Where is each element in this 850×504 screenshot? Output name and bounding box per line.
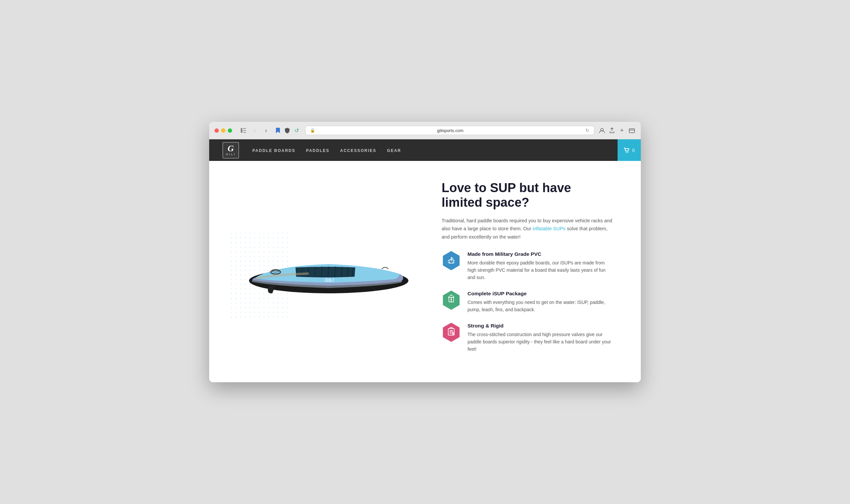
traffic-lights [214, 128, 232, 133]
main-content: GILI Lo [209, 161, 641, 382]
sidebar-toggle-icon[interactable] [239, 126, 248, 135]
website-content: G GILI PADDLE BOARDS PADDLES ACCESSORIES… [209, 139, 641, 382]
browser-right-icons: + [598, 127, 636, 134]
reload-icon[interactable]: ↻ [585, 128, 589, 133]
feature-item-2: Complete iSUP Package Comes with everyth… [441, 291, 614, 313]
svg-rect-5 [629, 129, 635, 133]
nav-gear[interactable]: GEAR [387, 148, 401, 153]
nav-paddle-boards[interactable]: PADDLE BOARDS [252, 148, 295, 153]
feature-icon-rigid [441, 323, 461, 342]
svg-rect-3 [243, 132, 246, 133]
feature-text-3: Strong & Rigid The cross-stitched constr… [468, 323, 614, 353]
cart-button[interactable]: 0 [618, 139, 641, 161]
svg-text:GILI: GILI [325, 277, 334, 283]
shield-icon[interactable] [284, 127, 291, 134]
boat-icon [447, 255, 456, 266]
feature-desc-2: Comes with everything you need to get on… [468, 299, 614, 313]
feature-title-3: Strong & Rigid [468, 323, 614, 329]
feature-title-2: Complete iSUP Package [468, 291, 614, 296]
feature-item-1: Made from Military Grade PVC More durabl… [441, 251, 614, 281]
nav-links: PADDLE BOARDS PADDLES ACCESSORIES GEAR [252, 147, 401, 153]
paddle-board-image: GILI [242, 238, 415, 305]
inflatable-sups-link[interactable]: inflatable SUPs [533, 226, 566, 231]
feature-desc-1: More durable their epoxy paddle boards, … [468, 259, 614, 281]
nav-paddles[interactable]: PADDLES [306, 148, 329, 153]
new-tab-icon[interactable]: + [618, 127, 626, 134]
feature-icon-military-pvc [441, 251, 461, 270]
bookmark-icon[interactable] [275, 127, 281, 134]
browser-nav: ‹ › [239, 126, 271, 135]
svg-rect-1 [243, 128, 246, 129]
account-icon[interactable] [598, 127, 606, 134]
svg-point-7 [627, 151, 628, 152]
toolbar-icons: ↺ [275, 127, 300, 134]
feature-desc-3: The cross-stitched construction and high… [468, 331, 614, 353]
tabs-icon[interactable] [628, 127, 636, 134]
back-button[interactable]: ‹ [250, 126, 259, 135]
browser-window: ‹ › ↺ 🔒 gilisports.com ↻ [209, 122, 641, 382]
minimize-button[interactable] [221, 128, 225, 133]
feature-item-3: Strong & Rigid The cross-stitched constr… [441, 323, 614, 353]
svg-rect-0 [241, 128, 242, 133]
feature-text-2: Complete iSUP Package Comes with everyth… [468, 291, 614, 313]
svg-point-22 [451, 299, 452, 300]
svg-rect-2 [243, 130, 246, 131]
nav-accessories[interactable]: ACCESSORIES [340, 148, 376, 153]
close-button[interactable] [214, 128, 219, 133]
product-image-section: GILI [236, 238, 422, 305]
refresh-icon[interactable]: ↺ [293, 127, 300, 134]
clipboard-icon [447, 327, 455, 338]
section-title: Love to SUP but have limited space? [441, 181, 614, 210]
feature-text-1: Made from Military Grade PVC More durabl… [468, 251, 614, 281]
section-description: Traditional, hard paddle boards required… [441, 217, 614, 241]
svg-point-6 [626, 151, 627, 152]
content-section: Love to SUP but have limited space? Trad… [441, 181, 614, 362]
cart-count: 0 [632, 148, 635, 153]
forward-button[interactable]: › [261, 126, 271, 135]
lock-icon: 🔒 [310, 128, 315, 133]
site-nav: G GILI PADDLE BOARDS PADDLES ACCESSORIES… [209, 139, 641, 161]
maximize-button[interactable] [228, 128, 232, 133]
site-logo[interactable]: G GILI [223, 142, 239, 159]
address-bar[interactable]: 🔒 gilisports.com ↻ [305, 126, 594, 135]
url-display: gilisports.com [318, 128, 583, 133]
feature-icon-package [441, 291, 461, 310]
package-icon [447, 295, 455, 306]
browser-titlebar: ‹ › ↺ 🔒 gilisports.com ↻ [209, 122, 641, 139]
share-icon[interactable] [608, 127, 615, 134]
feature-title-1: Made from Military Grade PVC [468, 251, 614, 257]
